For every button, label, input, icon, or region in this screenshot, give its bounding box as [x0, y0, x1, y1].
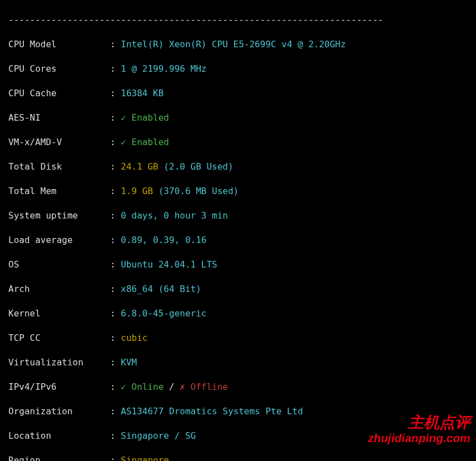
- info-kernel: Kernel : 6.8.0-45-generic: [8, 308, 468, 320]
- terminal-output: ----------------------------------------…: [0, 0, 476, 461]
- info-virtualization: Virtualization : KVM: [8, 356, 468, 369]
- info-load: Load average : 0.89, 0.39, 0.16: [8, 234, 468, 246]
- info-total-disk: Total Disk : 24.1 GB (2.0 GB Used): [8, 161, 468, 173]
- info-tcp-cc: TCP CC : cubic: [8, 332, 468, 344]
- info-uptime: System uptime : 0 days, 0 hour 3 min: [8, 210, 468, 222]
- info-cpu-cache: CPU Cache : 16384 KB: [8, 87, 468, 100]
- info-location: Location : Singapore / SG: [8, 430, 468, 442]
- info-organization: Organization : AS134677 Dromatics System…: [8, 405, 468, 418]
- info-cpu-cores: CPU Cores : 1 @ 2199.996 MHz: [8, 63, 468, 75]
- info-region: Region : Singapore: [8, 454, 468, 461]
- info-arch: Arch : x86_64 (64 Bit): [8, 283, 468, 295]
- info-total-mem: Total Mem : 1.9 GB (370.6 MB Used): [8, 185, 468, 197]
- divider: ----------------------------------------…: [8, 14, 468, 26]
- info-aes-ni: AES-NI : ✓ Enabled: [8, 112, 468, 124]
- info-vmx: VM-x/AMD-V : ✓ Enabled: [8, 136, 468, 148]
- info-ipv4-ipv6: IPv4/IPv6 : ✓ Online / ✗ Offline: [8, 381, 468, 393]
- info-os: OS : Ubuntu 24.04.1 LTS: [8, 259, 468, 271]
- info-cpu-model: CPU Model : Intel(R) Xeon(R) CPU E5-2699…: [8, 38, 468, 51]
